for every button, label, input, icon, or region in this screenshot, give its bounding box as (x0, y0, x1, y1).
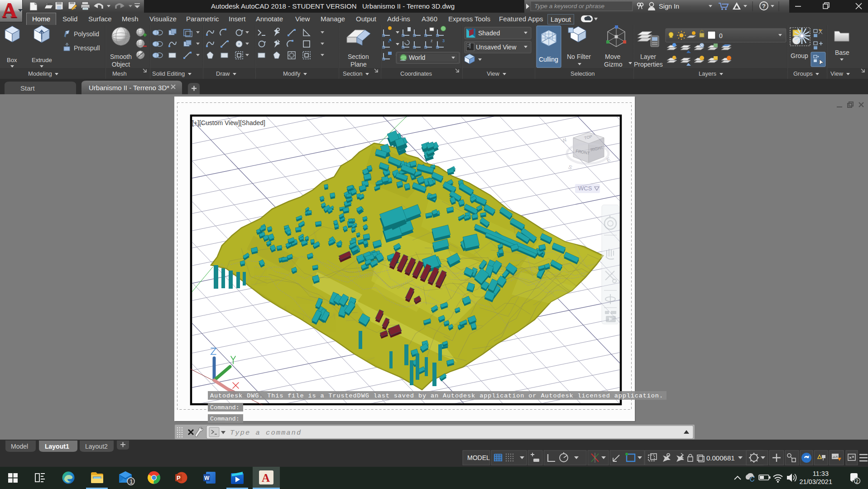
svg-text:Model: Model (11, 443, 28, 450)
svg-text:W: W (204, 475, 210, 481)
svg-text:Layout1: Layout1 (45, 443, 69, 450)
svg-text:Layout2: Layout2 (85, 443, 108, 450)
svg-text:MODEL: MODEL (467, 454, 490, 461)
svg-text:21/03/2021: 21/03/2021 (799, 478, 832, 485)
svg-text:Culling: Culling (539, 56, 558, 63)
svg-text:Start: Start (20, 84, 35, 92)
svg-text:P: P (177, 474, 181, 481)
svg-text:Section: Section (348, 53, 369, 60)
svg-text:Type a command: Type a command (230, 429, 302, 437)
svg-text:Layer: Layer (640, 53, 656, 60)
svg-text:Extrude: Extrude (32, 57, 52, 63)
svg-text:Autodesk DWG. This file is a: Autodesk DWG. This file is a TrustedDWG … (210, 392, 663, 399)
svg-text:Properties: Properties (634, 61, 663, 68)
svg-text:Sign In: Sign In (659, 3, 679, 10)
svg-text:Shaded: Shaded (478, 29, 500, 37)
svg-text:No Filter: No Filter (567, 53, 591, 60)
svg-text:1: 1 (130, 479, 133, 485)
svg-text:Smooth: Smooth (110, 53, 132, 60)
svg-text:11:33: 11:33 (813, 470, 829, 477)
svg-text:0: 0 (719, 32, 723, 39)
svg-text:Gizmo: Gizmo (604, 61, 623, 68)
svg-text:A: A (262, 472, 270, 484)
svg-text:Command:: Command: (210, 416, 240, 422)
svg-text:World: World (409, 54, 425, 61)
svg-text:WCS: WCS (578, 185, 592, 192)
svg-text:?: ? (762, 3, 766, 10)
svg-text:Object: Object (112, 61, 130, 68)
svg-text:Type a keyword or phrase: Type a keyword or phrase (534, 3, 604, 10)
svg-text:Polysolid: Polysolid (74, 30, 99, 38)
svg-text:Move: Move (605, 53, 620, 60)
svg-text:Box: Box (7, 57, 17, 63)
svg-text:3: 3 (442, 39, 445, 43)
svg-text:Unsaved View: Unsaved View (476, 44, 517, 51)
svg-text:Group: Group (791, 52, 808, 59)
svg-text:Plane: Plane (350, 61, 367, 68)
svg-text:Command:: Command: (210, 404, 240, 411)
svg-text:x: x (388, 39, 390, 44)
svg-text:Presspull: Presspull (74, 44, 100, 52)
svg-text:z: z (431, 39, 433, 43)
svg-text:[+][Custom View][Shaded]: [+][Custom View][Shaded] (192, 119, 265, 126)
svg-text:Urbanismo II - Terreno 3D*: Urbanismo II - Terreno 3D* (89, 84, 169, 92)
svg-text:0.000681: 0.000681 (706, 454, 735, 462)
svg-text:2: 2 (856, 479, 858, 484)
svg-text:Base: Base (835, 49, 849, 56)
